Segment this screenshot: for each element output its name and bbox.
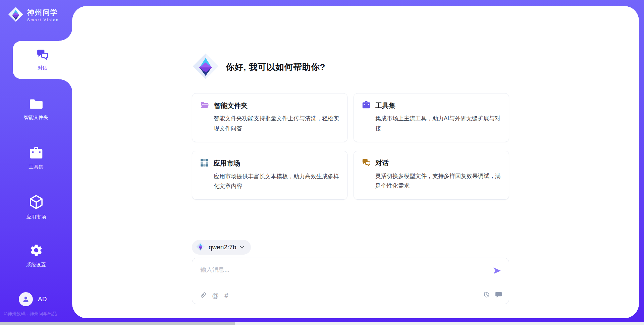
send-icon [493,271,501,276]
toolbox-icon [29,155,43,160]
composer-tools-left: @ # [200,291,228,300]
card-title: 对话 [375,158,389,168]
greeting-block: 你好, 我可以如何帮助你? [192,53,325,81]
card-description: 智能文件夹功能支持批量文件上传与清洗，轻松实现文件问答 [214,114,339,134]
card-head: 智能文件夹 [200,101,339,110]
toolbox-icon [362,101,371,110]
mention-icon[interactable]: @ [212,292,219,299]
brand-subtitle: Smart Vision [27,18,59,22]
sidebar-item-settings[interactable]: 系统设置 [0,243,72,268]
model-selector[interactable]: qwen2:7b [192,240,251,255]
sidebar-item-app-market[interactable]: 应用市场 [0,195,72,220]
user-profile[interactable]: AD [19,292,47,306]
card-description: 应用市场提供丰富长文本模板，助力高效生成多样化文章内容 [214,172,339,192]
card-title: 应用市场 [213,159,240,168]
brand-name: 神州问学 [27,8,59,16]
card-description: 集成市场上主流工具，助力AI与外界无缝扩展与对接 [375,114,501,134]
hashtag-icon[interactable]: # [224,292,228,299]
card-toolset[interactable]: 工具集 集成市场上主流工具，助力AI与外界无缝扩展与对接 [354,93,509,142]
sidebar-item-chat[interactable]: 对话 [13,41,72,79]
card-app-market[interactable]: 应用市场 应用市场提供丰富长文本模板，助力高效生成多样化文章内容 [192,151,347,200]
brand-diamond-logo-icon [192,53,219,81]
model-diamond-logo-icon [196,242,205,252]
tab-fillet-bottom [59,79,72,92]
horizontal-scrollbar-thumb[interactable] [0,322,235,325]
card-chat[interactable]: 对话 灵活切换多模型文件，支持多样回复效果调试，满足个性化需求 [354,151,509,200]
sidebar-item-label: 应用市场 [0,214,72,220]
cube-icon [29,205,43,210]
sidebar-item-smart-folder[interactable]: 智能文件夹 [0,97,72,121]
open-folder-icon [200,101,209,110]
grid-icon [200,158,209,168]
model-label: qwen2:7b [209,244,236,251]
brand: 神州问学 Smart Vision [8,7,59,23]
user-name: AD [38,296,47,303]
folder-icon [29,105,44,111]
feature-cards: 智能文件夹 智能文件夹功能支持批量文件上传与清洗，轻松实现文件问答 工具集 集成… [192,93,509,200]
card-title: 工具集 [375,101,395,110]
card-head: 应用市场 [200,158,339,168]
send-button[interactable] [493,267,501,276]
sidebar-item-label: 系统设置 [0,262,72,268]
chat-icon [362,158,371,168]
gear-icon [29,253,43,258]
card-description: 灵活切换多模型文件，支持多样回复效果调试，满足个性化需求 [375,171,501,191]
card-head: 对话 [362,158,501,168]
comment-icon[interactable] [495,291,502,300]
sidebar-item-label: 对话 [38,65,48,71]
composer-divider [195,287,506,287]
main-panel: 你好, 我可以如何帮助你? 智能文件夹 智能文件夹功能支持批量文件上传与清洗，轻… [72,6,639,318]
sidebar-footer: ©神州数码 · 神州问学出品 [4,311,71,317]
sidebar-item-label: 智能文件夹 [0,114,72,121]
composer-tools-right [483,291,502,300]
sidebar-item-label: 工具集 [0,164,72,170]
attachment-icon[interactable] [200,291,206,300]
chat-icon [36,49,49,62]
card-smart-folder[interactable]: 智能文件夹 智能文件夹功能支持批量文件上传与清洗，轻松实现文件问答 [192,93,347,142]
sidebar: 神州问学 Smart Vision 对话 智能文件夹 工具集 [0,0,72,325]
tab-fillet-top [59,27,72,41]
avatar [19,292,33,306]
brand-diamond-logo-icon [8,7,23,23]
sidebar-item-toolset[interactable]: 工具集 [0,146,72,170]
horizontal-scrollbar-track [0,322,644,325]
greeting-title: 你好, 我可以如何帮助你? [226,61,325,73]
message-input[interactable] [200,265,475,275]
card-head: 工具集 [362,101,501,110]
history-icon[interactable] [483,291,490,300]
message-composer: @ # [192,258,509,304]
chevron-down-icon [240,244,244,250]
card-title: 智能文件夹 [214,101,248,110]
brand-text: 神州问学 Smart Vision [27,8,59,21]
